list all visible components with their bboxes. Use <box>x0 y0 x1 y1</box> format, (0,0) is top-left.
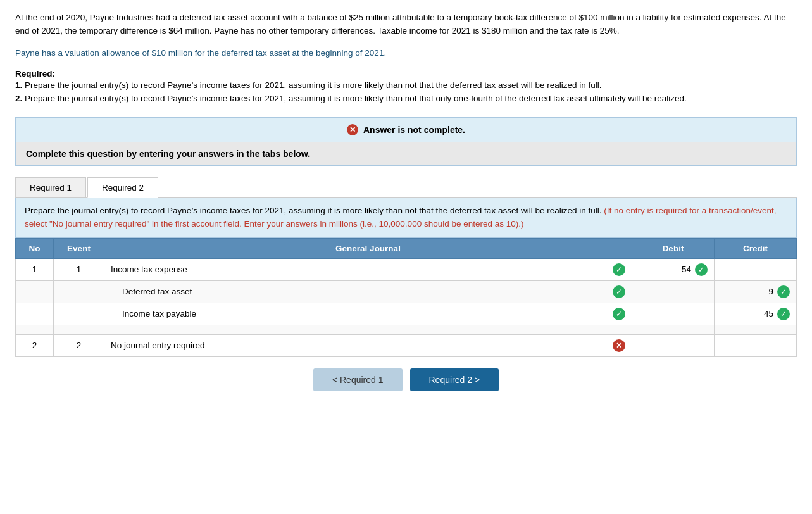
prev-button[interactable]: < Required 1 <box>313 368 403 391</box>
cell-no <box>16 280 54 303</box>
col-header-no: No <box>16 238 54 258</box>
tabs-container: Required 1 Required 2 <box>15 177 797 198</box>
cell-debit[interactable] <box>632 325 715 334</box>
table-row: Income tax payable✓45✓ <box>16 303 797 325</box>
cell-event: 2 <box>54 334 104 356</box>
answer-error-icon: ✕ <box>347 124 358 135</box>
description-block: Prepare the journal entry(s) to record P… <box>15 198 797 238</box>
check-icon: ✓ <box>613 263 625 276</box>
cell-credit[interactable]: 9✓ <box>715 280 797 303</box>
col-header-event: Event <box>54 238 104 258</box>
complete-bar: Complete this question by entering your … <box>15 142 797 166</box>
error-icon: ✕ <box>613 339 625 352</box>
cell-general-journal[interactable]: Income tax payable✓ <box>104 303 632 325</box>
cell-event <box>54 303 104 325</box>
cell-general-journal[interactable] <box>104 325 632 334</box>
cell-no: 1 <box>16 258 54 280</box>
col-header-debit: Debit <box>632 238 715 258</box>
cell-debit[interactable]: 54✓ <box>632 258 715 280</box>
answer-box: ✕ Answer is not complete. <box>15 117 797 142</box>
table-row: 11Income tax expense✓54✓ <box>16 258 797 280</box>
cell-event: 1 <box>54 258 104 280</box>
journal-table: No Event General Journal Debit Credit 11… <box>15 238 797 357</box>
req2: 2. Prepare the journal entry(s) to recor… <box>15 92 797 106</box>
cell-debit[interactable] <box>632 280 715 303</box>
intro-paragraph2: Payne has a valuation allowance of $10 m… <box>15 47 797 60</box>
next-button[interactable]: Required 2 > <box>410 368 499 391</box>
check-icon: ✓ <box>613 308 625 320</box>
intro-section: At the end of 2020, Payne Industries had… <box>15 11 797 106</box>
table-row <box>16 325 797 334</box>
cell-debit[interactable] <box>632 334 715 356</box>
table-row: 22No journal entry required✕ <box>16 334 797 356</box>
cell-general-journal[interactable]: Deferred tax asset✓ <box>104 280 632 303</box>
tab-required1[interactable]: Required 1 <box>15 177 86 197</box>
description-main: Prepare the journal entry(s) to record P… <box>25 206 601 215</box>
col-header-credit: Credit <box>715 238 797 258</box>
cell-no <box>16 303 54 325</box>
answer-text: Answer is not complete. <box>363 125 465 135</box>
cell-general-journal[interactable]: Income tax expense✓ <box>104 258 632 280</box>
intro-paragraph1: At the end of 2020, Payne Industries had… <box>15 11 797 38</box>
cell-general-journal[interactable]: No journal entry required✕ <box>104 334 632 356</box>
cell-no <box>16 325 54 334</box>
req1: 1. Prepare the journal entry(s) to recor… <box>15 78 797 92</box>
cell-event <box>54 325 104 334</box>
cell-credit[interactable] <box>715 334 797 356</box>
required-label: Required: <box>15 69 797 78</box>
check-icon: ✓ <box>777 285 790 298</box>
tab-required2[interactable]: Required 2 <box>87 177 158 198</box>
table-header-row: No Event General Journal Debit Credit <box>16 238 797 258</box>
col-header-gj: General Journal <box>104 238 632 258</box>
check-icon: ✓ <box>695 263 708 276</box>
cell-credit[interactable] <box>715 325 797 334</box>
bottom-navigation: < Required 1 Required 2 > <box>15 368 797 391</box>
cell-credit[interactable]: 45✓ <box>715 303 797 325</box>
cell-credit[interactable] <box>715 258 797 280</box>
check-icon: ✓ <box>613 285 625 298</box>
required-header: Required: 1. Prepare the journal entry(s… <box>15 69 797 106</box>
check-icon: ✓ <box>777 308 790 320</box>
cell-event <box>54 280 104 303</box>
table-row: Deferred tax asset✓9✓ <box>16 280 797 303</box>
cell-debit[interactable] <box>632 303 715 325</box>
cell-no: 2 <box>16 334 54 356</box>
